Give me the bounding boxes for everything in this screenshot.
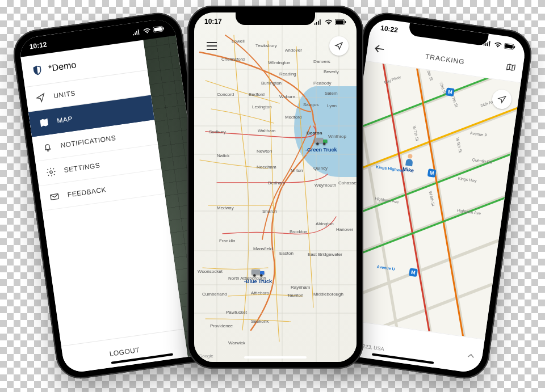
nav-notifications-label: NOTIFICATIONS bbox=[60, 133, 116, 149]
truck-icon bbox=[251, 268, 265, 278]
nav-map-label: MAP bbox=[57, 115, 73, 125]
svg-point-8 bbox=[323, 142, 326, 145]
svg-rect-17 bbox=[505, 44, 513, 49]
logout-button[interactable]: LOGOUT bbox=[61, 328, 188, 374]
battery-icon bbox=[335, 19, 346, 25]
city-peabody: Peabody bbox=[313, 81, 332, 86]
locate-icon bbox=[497, 94, 507, 104]
svg-rect-15 bbox=[345, 21, 346, 23]
envelope-icon bbox=[49, 191, 60, 202]
city-wilmington: Wilmington bbox=[268, 60, 291, 65]
unit-green-truck[interactable]: -Green Truck bbox=[305, 136, 337, 153]
person-icon bbox=[403, 153, 417, 168]
city-beverly: Beverly bbox=[324, 69, 339, 74]
metro-station-2[interactable]: M bbox=[409, 268, 418, 277]
status-right bbox=[132, 24, 165, 36]
city-abington: Abington bbox=[316, 221, 334, 226]
wifi-icon bbox=[324, 19, 333, 25]
city-sharon: Sharon bbox=[262, 209, 277, 214]
signal-icon bbox=[314, 19, 322, 25]
city-medford: Medford bbox=[285, 115, 301, 120]
city-chelmsford: Chelmsford bbox=[221, 57, 245, 62]
city-weymouth: Weymouth bbox=[315, 183, 336, 188]
city-dedham: Dedham bbox=[268, 180, 285, 186]
svg-rect-5 bbox=[315, 138, 323, 143]
city-cumberland: Cumberland bbox=[202, 292, 227, 297]
locate-button[interactable] bbox=[329, 36, 349, 56]
city-salem: Salem bbox=[325, 91, 338, 96]
metro-station-3[interactable]: M bbox=[446, 87, 455, 96]
map-icon bbox=[39, 116, 50, 128]
map-canvas[interactable]: Lowell Tewksbury Andover Chelmsford Wilm… bbox=[194, 12, 357, 362]
phone-map: Lowell Tewksbury Andover Chelmsford Wilm… bbox=[187, 6, 363, 369]
unit-blue-truck-label: -Blue Truck bbox=[244, 279, 272, 284]
shield-icon bbox=[31, 64, 44, 77]
unit-mike[interactable]: Mike bbox=[401, 153, 417, 174]
cursor-icon bbox=[35, 92, 46, 103]
status-time: 10:22 bbox=[380, 24, 398, 34]
screen-map: Lowell Tewksbury Andover Chelmsford Wilm… bbox=[194, 12, 357, 362]
svg-rect-6 bbox=[323, 140, 328, 143]
signal-icon bbox=[483, 40, 492, 47]
home-indicator bbox=[244, 356, 307, 359]
city-boston: Boston bbox=[307, 130, 322, 136]
city-medway: Medway bbox=[217, 205, 234, 210]
city-middleborough: Middleborough bbox=[313, 292, 343, 297]
svg-rect-9 bbox=[251, 269, 260, 275]
city-lynn: Lynn bbox=[327, 103, 337, 108]
unit-blue-truck[interactable]: -Blue Truck bbox=[244, 268, 272, 284]
city-waltham: Waltham bbox=[258, 128, 275, 133]
city-franklin: Franklin bbox=[219, 238, 235, 243]
wifi-icon bbox=[493, 41, 502, 48]
status-bar: 10:17 bbox=[194, 12, 357, 31]
unit-green-truck-label: -Green Truck bbox=[305, 147, 337, 153]
city-lexington: Lexington bbox=[252, 104, 272, 109]
expand-chevron[interactable] bbox=[467, 351, 475, 360]
user-name: *Demo bbox=[48, 60, 77, 74]
map-attribution: Google bbox=[199, 353, 213, 359]
truck-icon bbox=[315, 136, 328, 146]
nav-settings-label: SETTINGS bbox=[64, 161, 100, 174]
logout-label: LOGOUT bbox=[109, 345, 140, 357]
map-type-button[interactable] bbox=[505, 62, 517, 74]
city-hanover: Hanover bbox=[336, 227, 353, 232]
city-woonsocket: Woonsocket bbox=[198, 269, 223, 274]
city-natick: Natick bbox=[217, 153, 229, 158]
svg-point-7 bbox=[316, 142, 319, 145]
battery-icon bbox=[504, 43, 515, 50]
chevron-up-icon bbox=[467, 353, 475, 359]
metro-station-1[interactable]: M bbox=[427, 168, 437, 178]
hamburger-button[interactable] bbox=[202, 36, 221, 56]
map-toolbar bbox=[202, 36, 349, 56]
wifi-icon bbox=[142, 27, 152, 34]
city-sudbury: Sudbury bbox=[209, 129, 226, 134]
status-right bbox=[483, 39, 516, 51]
locate-icon bbox=[334, 41, 343, 50]
back-arrow-icon bbox=[374, 44, 385, 53]
city-milton: Milton bbox=[291, 168, 303, 173]
status-right bbox=[314, 18, 346, 26]
city-quincy: Quincy bbox=[313, 166, 328, 171]
svg-rect-2 bbox=[163, 27, 164, 29]
svg-point-19 bbox=[408, 154, 413, 159]
city-taunton: Taunton bbox=[287, 293, 303, 298]
svg-point-12 bbox=[260, 274, 263, 277]
back-button[interactable] bbox=[374, 44, 385, 55]
nav-feedback-label: FEEDBACK bbox=[67, 186, 107, 199]
city-woburn: Woburn bbox=[279, 94, 295, 99]
battery-icon bbox=[153, 26, 165, 33]
city-seekonk: Seekonk bbox=[251, 319, 269, 324]
sidebar-nav: UNITS MAP NOTIFICATIONS SETTINGS FEEDBAC… bbox=[25, 70, 165, 211]
city-brockton: Brockton bbox=[290, 229, 308, 234]
gear-icon bbox=[45, 166, 57, 178]
bell-icon bbox=[42, 141, 53, 153]
status-time: 10:12 bbox=[29, 40, 47, 50]
city-concord: Concord bbox=[217, 92, 234, 97]
nav-units-label: UNITS bbox=[53, 89, 76, 100]
svg-rect-18 bbox=[514, 46, 515, 48]
svg-point-3 bbox=[49, 170, 52, 173]
city-needham: Needham bbox=[257, 165, 276, 170]
city-easton: Easton bbox=[279, 251, 294, 256]
svg-rect-14 bbox=[336, 20, 344, 24]
city-bedford: Bedford bbox=[249, 92, 265, 97]
